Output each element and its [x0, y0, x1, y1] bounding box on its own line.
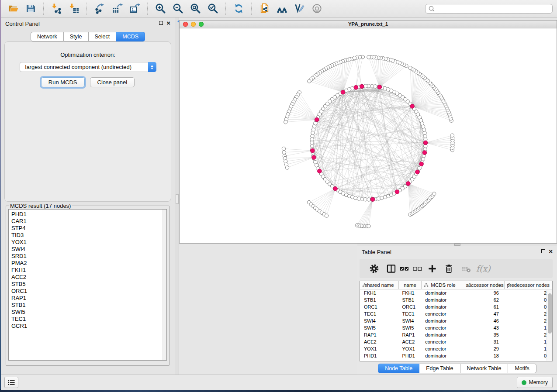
function-builder-icon[interactable]: f(x) [476, 264, 491, 273]
memory-button[interactable]: Memory [517, 377, 553, 388]
mcds-result-item[interactable]: SWI4 [11, 246, 166, 253]
search-input[interactable] [435, 6, 550, 12]
mcds-result-item[interactable]: SRD1 [11, 253, 166, 260]
export-network-button[interactable] [92, 2, 107, 16]
mcds-result-item[interactable]: SWI5 [11, 309, 166, 316]
table-scrollbar-thumb[interactable] [548, 293, 552, 334]
mcds-node[interactable] [419, 162, 424, 166]
mcds-result-list[interactable]: PHD1CAR1STP4TID3YOX1SWI4SRD1PMA2FKH1ACE2… [8, 209, 167, 361]
mcds-node[interactable] [377, 85, 382, 89]
mcds-result-item[interactable]: YOX1 [11, 239, 166, 246]
mcds-result-item[interactable]: ORC1 [11, 288, 166, 295]
mcds-result-item[interactable]: STB1 [11, 302, 166, 309]
tab-motifs[interactable]: Motifs [508, 364, 536, 373]
network-documents-button[interactable] [257, 2, 272, 16]
import-table-button[interactable] [66, 2, 81, 16]
show-hide-details-button[interactable] [309, 2, 324, 16]
mcds-node[interactable] [354, 86, 358, 90]
control-panel-close-button[interactable]: × [166, 21, 170, 25]
table-panel-close-button[interactable]: × [549, 249, 553, 254]
mcds-result-item[interactable]: STB5 [11, 281, 166, 288]
table-row[interactable]: FKH1FKH1dominator962 [360, 289, 552, 296]
table-row[interactable]: YOX1YOX1connector291 [360, 345, 552, 352]
import-network-button[interactable] [49, 2, 64, 16]
criterion-select[interactable]: largest connected component (undirected) [20, 62, 156, 72]
table-row[interactable]: ORC1ORC1dominator610 [360, 303, 552, 310]
mcds-node[interactable] [341, 90, 345, 94]
mcds-node[interactable] [422, 151, 427, 155]
mcds-node[interactable] [423, 141, 428, 145]
mcds-node[interactable] [406, 182, 411, 186]
save-session-button[interactable] [23, 2, 38, 16]
mcds-result-item[interactable]: PMA2 [11, 260, 166, 267]
export-table-button[interactable] [110, 2, 125, 16]
select-all-button[interactable] [398, 261, 411, 276]
table-settings-button[interactable] [367, 261, 381, 276]
mcds-result-item[interactable]: GCR1 [11, 323, 166, 330]
zoom-in-button[interactable] [153, 2, 168, 16]
close-panel-button[interactable]: Close panel [90, 77, 135, 87]
table-panel-float-button[interactable] [541, 249, 545, 253]
refresh-view-button[interactable] [231, 2, 246, 16]
tab-mcds[interactable]: MCDS [116, 32, 145, 41]
mcds-result-item[interactable]: ACE2 [11, 274, 166, 281]
mcds-node[interactable] [410, 104, 415, 109]
zoom-selected-button[interactable] [205, 2, 220, 16]
zoom-out-button[interactable] [170, 2, 185, 16]
control-panel-float-button[interactable] [159, 21, 163, 25]
delete-table-button[interactable] [460, 261, 473, 276]
mcds-node[interactable] [415, 170, 420, 174]
mcds-node[interactable] [395, 190, 399, 194]
ui-settings-button[interactable] [4, 377, 18, 388]
open-file-button[interactable] [6, 2, 21, 16]
table-row[interactable]: SWI5SWI5connector431 [360, 324, 552, 331]
mcds-result-item[interactable]: CAR1 [11, 218, 166, 225]
table-row[interactable]: STB1STB1dominator620 [360, 296, 552, 303]
mcds-result-item[interactable]: FKH1 [11, 267, 166, 274]
network-canvas[interactable] [180, 29, 557, 243]
add-column-button[interactable] [426, 261, 439, 276]
vertical-splitter[interactable] [175, 17, 179, 375]
run-mcds-button[interactable]: Run MCDS [41, 77, 85, 87]
mcds-node[interactable] [370, 197, 375, 202]
table-scrollbar[interactable] [547, 290, 552, 361]
tab-node-table[interactable]: Node Table [378, 364, 419, 373]
mcds-result-item[interactable]: TID3 [11, 232, 166, 239]
vertical-splitter-grip[interactable] [176, 194, 179, 204]
table-row[interactable]: PHD1PHD1dominator180 [360, 352, 552, 359]
mcds-node[interactable] [360, 84, 364, 89]
mcds-result-item[interactable]: RAP1 [11, 295, 166, 302]
column-header-shared-name[interactable]: shared name [360, 281, 399, 289]
table-row[interactable]: RAP1RAP1dominator352 [360, 331, 552, 338]
close-window-icon[interactable] [183, 22, 188, 27]
mcds-result-item[interactable]: PHD1 [11, 211, 166, 218]
mcds-node[interactable] [311, 148, 315, 153]
show-columns-button[interactable] [384, 261, 398, 276]
tab-style[interactable]: Style [64, 32, 89, 41]
column-header-predecessor-nodes[interactable]: predecessor nodes [505, 281, 552, 289]
mcds-node[interactable] [318, 169, 322, 173]
tab-edge-table[interactable]: Edge Table [419, 364, 460, 373]
tab-network-table[interactable]: Network Table [460, 364, 509, 373]
export-image-button[interactable] [127, 2, 142, 16]
table-row[interactable]: SWI4SWI4dominator462 [360, 317, 552, 324]
mcds-result-item[interactable]: TEC1 [11, 316, 166, 323]
delete-column-button[interactable] [442, 261, 455, 276]
table-row[interactable]: TEC1TEC1connector472 [360, 310, 552, 317]
column-header-mcds-role[interactable]: MCDS role [422, 281, 465, 289]
toggle-visual-mapping-button[interactable] [292, 2, 307, 16]
mcds-node[interactable] [312, 155, 316, 160]
table-row[interactable]: ACE2ACE2connector311 [360, 338, 552, 345]
deselect-all-button[interactable] [411, 261, 424, 276]
mcds-node[interactable] [315, 117, 319, 122]
column-header-name[interactable]: name [399, 281, 422, 289]
tab-select[interactable]: Select [89, 32, 117, 41]
mcds-node[interactable] [333, 186, 338, 191]
zoom-fit-button[interactable] [188, 2, 203, 16]
column-header-successor-nodes[interactable]: successor nodes [465, 281, 505, 289]
maximize-window-icon[interactable] [199, 22, 204, 27]
tab-network[interactable]: Network [31, 32, 64, 41]
network-overview-button[interactable] [274, 2, 289, 16]
minimize-window-icon[interactable] [191, 22, 196, 27]
mcds-result-scrollbar[interactable] [163, 210, 166, 360]
